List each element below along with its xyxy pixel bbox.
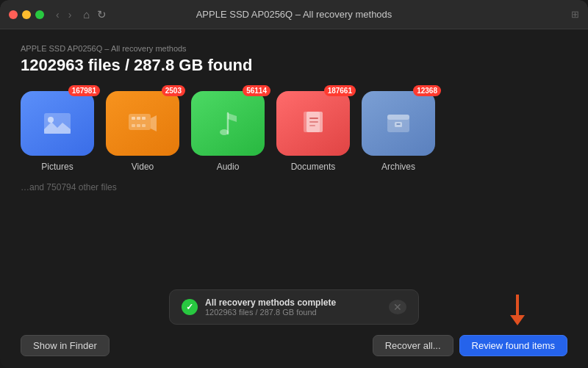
pictures-badge: 167981	[68, 85, 100, 96]
video-icon	[126, 107, 159, 140]
svg-rect-12	[309, 118, 318, 119]
breadcrumb: APPLE SSD AP0256Q – All recovery methods	[21, 44, 567, 53]
svg-rect-13	[309, 121, 318, 123]
nav-buttons: ‹ ›	[53, 7, 74, 22]
titlebar-icons: ⌂ ↻	[83, 8, 107, 21]
documents-card[interactable]: 187661	[276, 91, 350, 156]
video-label: Video	[132, 162, 154, 172]
arrow-down-icon	[510, 315, 525, 325]
documents-label: Documents	[291, 162, 336, 172]
archives-label: Archives	[381, 162, 415, 172]
traffic-lights	[9, 10, 44, 19]
video-card[interactable]: 2503	[106, 91, 179, 156]
titlebar-right-icon[interactable]: ⊞	[571, 9, 579, 20]
archives-badge: 12368	[413, 85, 441, 96]
svg-rect-18	[397, 123, 401, 125]
bottom-buttons: Show in Finder Recover all... Review fou…	[21, 335, 567, 356]
minimize-button[interactable]	[22, 10, 31, 19]
review-found-items-button[interactable]: Review found items	[459, 335, 567, 356]
category-audio[interactable]: 56114 Audio	[191, 91, 265, 172]
titlebar-title: APPLE SSD AP0256Q – All recovery methods	[196, 9, 392, 20]
close-button[interactable]	[9, 10, 18, 19]
svg-rect-16	[387, 115, 409, 120]
bottom-area: ✓ All recovery methods complete 1202963 …	[21, 289, 567, 356]
archives-card[interactable]: 12368	[362, 91, 435, 156]
svg-rect-7	[137, 124, 140, 127]
right-buttons: Recover all... Review found items	[373, 335, 567, 356]
pictures-card[interactable]: 167981	[21, 91, 94, 156]
arrow-indicator	[510, 295, 525, 325]
home-icon[interactable]: ⌂	[83, 8, 90, 21]
status-subtitle: 1202963 files / 287.8 GB found	[205, 308, 336, 317]
svg-rect-2	[129, 114, 151, 130]
svg-rect-4	[137, 117, 140, 120]
maximize-button[interactable]	[35, 10, 44, 19]
category-video[interactable]: 2503 Video	[106, 91, 179, 172]
svg-rect-8	[142, 124, 146, 127]
status-text-block: All recovery methods complete 1202963 fi…	[205, 297, 336, 317]
pictures-label: Pictures	[41, 162, 73, 172]
status-left: ✓ All recovery methods complete 1202963 …	[182, 297, 336, 317]
main-content: APPLE SSD AP0256Q – All recovery methods…	[0, 29, 588, 368]
categories-row: 167981 Pictures 2503 Video	[21, 91, 567, 172]
pictures-icon	[41, 107, 74, 140]
recover-all-button[interactable]: Recover all...	[373, 335, 453, 356]
archives-icon	[382, 107, 415, 140]
category-documents[interactable]: 187661 Documents	[276, 91, 350, 172]
documents-badge: 187661	[324, 85, 356, 96]
audio-label: Audio	[217, 162, 240, 172]
svg-point-1	[48, 117, 54, 123]
category-pictures[interactable]: 167981 Pictures	[21, 91, 94, 172]
other-files-text: …and 750794 other files	[21, 182, 567, 192]
check-circle-icon: ✓	[182, 299, 198, 315]
audio-badge: 56114	[243, 85, 270, 96]
show-in-finder-button[interactable]: Show in Finder	[21, 335, 110, 356]
audio-card[interactable]: 56114	[191, 91, 265, 156]
svg-point-9	[220, 129, 229, 135]
svg-rect-6	[132, 124, 135, 127]
category-archives[interactable]: 12368 Archives	[362, 91, 435, 172]
svg-rect-3	[132, 117, 135, 120]
video-badge: 2503	[162, 85, 185, 96]
svg-rect-5	[142, 117, 146, 120]
status-title: All recovery methods complete	[205, 297, 336, 308]
titlebar: ‹ › ⌂ ↻ APPLE SSD AP0256Q – All recovery…	[0, 0, 588, 29]
status-close-button[interactable]: ✕	[389, 300, 406, 314]
arrow-shaft	[516, 295, 519, 315]
documents-icon	[297, 107, 329, 140]
svg-rect-14	[309, 125, 315, 126]
forward-button[interactable]: ›	[65, 7, 75, 22]
page-title: 1202963 files / 287.8 GB found	[21, 56, 567, 75]
status-banner: ✓ All recovery methods complete 1202963 …	[169, 289, 419, 325]
recovery-icon[interactable]: ↻	[97, 8, 107, 21]
back-button[interactable]: ‹	[53, 7, 62, 22]
audio-icon	[212, 107, 244, 140]
